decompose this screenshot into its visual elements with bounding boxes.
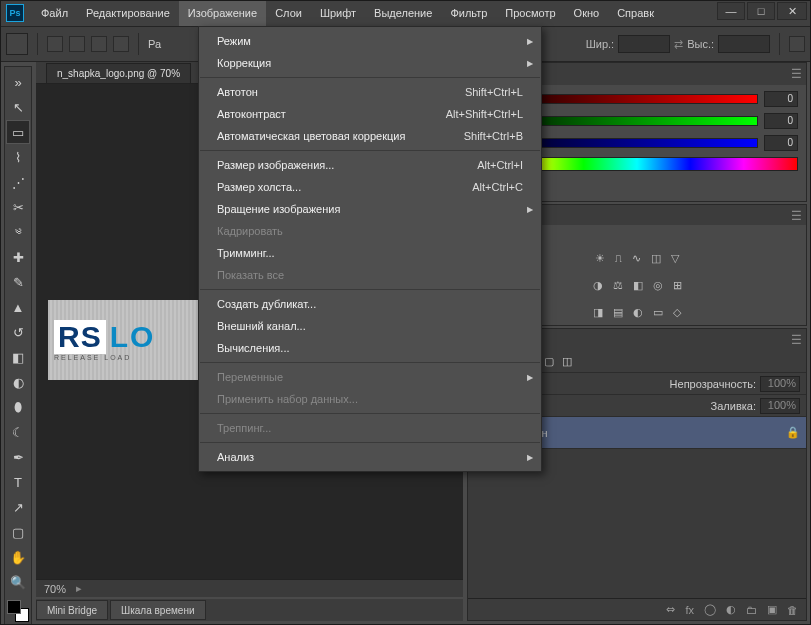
threshold-icon[interactable]: ◐ xyxy=(633,306,643,319)
history-brush-tool[interactable]: ↺ xyxy=(7,321,29,343)
selcolor-icon[interactable]: ◇ xyxy=(673,306,681,319)
link-icon[interactable]: ⇔ xyxy=(666,603,675,616)
menu-шрифт[interactable]: Шрифт xyxy=(311,0,365,26)
path-tool[interactable]: ↗ xyxy=(7,496,29,518)
tab-timeline[interactable]: Шкала времени xyxy=(110,600,205,620)
menuitem-размер-изображения-[interactable]: Размер изображения...Alt+Ctrl+I xyxy=(199,154,541,176)
bw-icon[interactable]: ◧ xyxy=(633,279,643,292)
opacity-input[interactable]: 100% xyxy=(760,376,800,392)
menu-справк[interactable]: Справк xyxy=(608,0,663,26)
balance-icon[interactable]: ⚖ xyxy=(613,279,623,292)
height-input[interactable] xyxy=(718,35,770,53)
wand-tool[interactable]: ⋰ xyxy=(7,171,29,193)
menu-просмотр[interactable]: Просмотр xyxy=(496,0,564,26)
menuitem-размер-холста-[interactable]: Размер холста...Alt+Ctrl+C xyxy=(199,176,541,198)
dodge-tool[interactable]: ☾ xyxy=(7,421,29,443)
menu-окно[interactable]: Окно xyxy=(565,0,609,26)
blur-tool[interactable]: ⬮ xyxy=(7,396,29,418)
filter-shape-icon[interactable]: ▢ xyxy=(544,355,554,368)
menuitem-переменные: Переменные xyxy=(199,366,541,388)
brush-tool[interactable]: ✎ xyxy=(7,271,29,293)
menuitem-автоконтраст[interactable]: АвтоконтрастAlt+Shift+Ctrl+L xyxy=(199,103,541,125)
menuitem-автоматическая-цветовая-коррекция[interactable]: Автоматическая цветовая коррекцияShift+C… xyxy=(199,125,541,147)
menuitem-label: Автоматическая цветовая коррекция xyxy=(217,130,405,142)
new-layer-icon[interactable]: ▣ xyxy=(767,603,777,616)
lasso-tool[interactable]: ⌇ xyxy=(7,146,29,168)
red-value[interactable]: 0 xyxy=(764,91,798,107)
menu-выделение[interactable]: Выделение xyxy=(365,0,441,26)
panel-menu-icon[interactable]: ☰ xyxy=(791,67,802,81)
doc-info-icon[interactable]: ▸ xyxy=(76,582,82,595)
menu-изображение[interactable]: Изображение xyxy=(179,0,266,26)
gradient-tool[interactable]: ◐ xyxy=(7,371,29,393)
window-minimize-button[interactable]: — xyxy=(717,2,745,20)
menuitem-автотон[interactable]: АвтотонShift+Ctrl+L xyxy=(199,81,541,103)
marquee-tool[interactable]: ▭ xyxy=(7,121,29,143)
invert-icon[interactable]: ◨ xyxy=(593,306,603,319)
heal-tool[interactable]: ✚ xyxy=(7,246,29,268)
hue-icon[interactable]: ◑ xyxy=(593,279,603,292)
eraser-tool[interactable]: ◧ xyxy=(7,346,29,368)
trash-icon[interactable]: 🗑 xyxy=(787,604,798,616)
window-maximize-button[interactable]: □ xyxy=(747,2,775,20)
exposure-icon[interactable]: ◫ xyxy=(651,252,661,265)
green-value[interactable]: 0 xyxy=(764,113,798,129)
zoom-display[interactable]: 70% xyxy=(44,583,66,595)
menuitem-вычисления-[interactable]: Вычисления... xyxy=(199,337,541,359)
gradmap-icon[interactable]: ▭ xyxy=(653,306,663,319)
menuitem-label: Автотон xyxy=(217,86,258,98)
shape-tool[interactable]: ▢ xyxy=(7,521,29,543)
blue-value[interactable]: 0 xyxy=(764,135,798,151)
curves-icon[interactable]: ∿ xyxy=(632,252,641,265)
mask-icon[interactable]: ◯ xyxy=(704,603,716,616)
photo-filter-icon[interactable]: ◎ xyxy=(653,279,663,292)
marquee-subtract-icon[interactable] xyxy=(91,36,107,52)
posterize-icon[interactable]: ▤ xyxy=(613,306,623,319)
collapse-icon[interactable]: » xyxy=(7,71,29,93)
stamp-tool[interactable]: ▲ xyxy=(7,296,29,318)
menuitem-вращение-изображения[interactable]: Вращение изображения xyxy=(199,198,541,220)
menuitem-тримминг-[interactable]: Тримминг... xyxy=(199,242,541,264)
marquee-intersect-icon[interactable] xyxy=(113,36,129,52)
vibrance-icon[interactable]: ▽ xyxy=(671,252,679,265)
menuitem-режим[interactable]: Режим xyxy=(199,30,541,52)
options-extra-icon[interactable] xyxy=(789,36,805,52)
move-tool[interactable]: ↖ xyxy=(7,96,29,118)
menuitem-анализ[interactable]: Анализ xyxy=(199,446,541,468)
type-tool[interactable]: T xyxy=(7,471,29,493)
eyedropper-tool[interactable]: ༄ xyxy=(7,221,29,243)
canvas-statusbar: 70% ▸ xyxy=(36,579,463,597)
fx-icon[interactable]: fx xyxy=(685,604,694,616)
width-input[interactable] xyxy=(618,35,670,53)
levels-icon[interactable]: ⎍ xyxy=(615,252,622,265)
menu-редактирование[interactable]: Редактирование xyxy=(77,0,179,26)
brightness-icon[interactable]: ☀ xyxy=(595,252,605,265)
panel-menu-icon[interactable]: ☰ xyxy=(791,333,802,347)
tool-preset-icon[interactable] xyxy=(6,33,28,55)
zoom-tool[interactable]: 🔍 xyxy=(7,571,29,593)
menu-фильтр[interactable]: Фильтр xyxy=(441,0,496,26)
menuitem-создать-дубликат-[interactable]: Создать дубликат... xyxy=(199,293,541,315)
color-swatches[interactable] xyxy=(7,600,29,622)
hand-tool[interactable]: ✋ xyxy=(7,546,29,568)
menu-слои[interactable]: Слои xyxy=(266,0,311,26)
crop-tool[interactable]: ✂ xyxy=(7,196,29,218)
document-tab[interactable]: n_shapka_logo.png @ 70% xyxy=(46,63,191,83)
menuitem-внешний-канал-[interactable]: Внешний канал... xyxy=(199,315,541,337)
marquee-add-icon[interactable] xyxy=(69,36,85,52)
tab-mini-bridge[interactable]: Mini Bridge xyxy=(36,600,108,620)
menu-файл[interactable]: Файл xyxy=(32,0,77,26)
swap-icon[interactable]: ⇄ xyxy=(674,38,683,51)
folder-icon[interactable]: 🗀 xyxy=(746,604,757,616)
filter-smart-icon[interactable]: ◫ xyxy=(562,355,572,368)
adjust-icon[interactable]: ◐ xyxy=(726,603,736,616)
panel-menu-icon[interactable]: ☰ xyxy=(791,209,802,223)
pen-tool[interactable]: ✒ xyxy=(7,446,29,468)
menu-separator xyxy=(200,442,540,443)
window-close-button[interactable]: ✕ xyxy=(777,2,807,20)
image-menu-dropdown[interactable]: РежимКоррекцияАвтотонShift+Ctrl+LАвтокон… xyxy=(198,26,542,472)
marquee-normal-icon[interactable] xyxy=(47,36,63,52)
menuitem-коррекция[interactable]: Коррекция xyxy=(199,52,541,74)
fill-input[interactable]: 100% xyxy=(760,398,800,414)
mixer-icon[interactable]: ⊞ xyxy=(673,279,682,292)
